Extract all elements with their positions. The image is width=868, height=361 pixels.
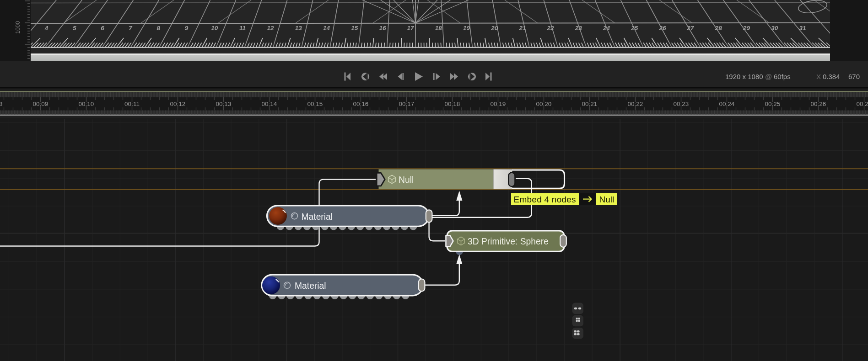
svg-text:00:21: 00:21 <box>582 101 598 107</box>
svg-text:670: 670 <box>848 73 860 80</box>
svg-text:28: 28 <box>715 25 722 32</box>
svg-text:20: 20 <box>491 25 498 32</box>
svg-text:24: 24 <box>603 25 610 32</box>
svg-text:00:18: 00:18 <box>445 101 460 107</box>
svg-text:4: 4 <box>44 25 49 32</box>
svg-text:00:26: 00:26 <box>811 101 826 107</box>
svg-text:00:25: 00:25 <box>765 101 781 107</box>
svg-text:5: 5 <box>73 25 76 32</box>
svg-text:00:15: 00:15 <box>307 101 323 107</box>
svg-text:00:23: 00:23 <box>674 101 689 107</box>
svg-text:0.384: 0.384 <box>823 73 840 80</box>
svg-text:6: 6 <box>101 25 104 32</box>
svg-text:11: 11 <box>239 25 246 32</box>
svg-text:Material: Material <box>295 281 326 291</box>
svg-text:1000: 1000 <box>15 21 21 34</box>
svg-text:18: 18 <box>435 25 442 32</box>
svg-text:60fps: 60fps <box>774 73 791 80</box>
svg-text:13: 13 <box>295 25 302 32</box>
svg-text:00:12: 00:12 <box>170 101 186 107</box>
svg-text:00:09: 00:09 <box>33 101 49 107</box>
svg-text:27: 27 <box>687 25 695 32</box>
svg-text:12: 12 <box>267 25 275 32</box>
svg-text:15: 15 <box>351 25 358 32</box>
svg-text:29: 29 <box>743 25 750 32</box>
svg-text:00:14: 00:14 <box>262 101 277 107</box>
svg-text:21: 21 <box>518 25 526 32</box>
svg-text:00:24: 00:24 <box>719 101 735 107</box>
svg-text:8: 8 <box>157 25 161 32</box>
svg-text:00:11: 00:11 <box>124 101 140 107</box>
svg-text:19: 19 <box>463 25 470 32</box>
svg-text:Null: Null <box>399 175 414 185</box>
svg-text:23: 23 <box>575 25 582 32</box>
svg-text:00:27: 00:27 <box>857 101 868 107</box>
svg-text:00:13: 00:13 <box>216 101 232 107</box>
svg-text:@: @ <box>765 73 772 80</box>
svg-text:25: 25 <box>631 25 638 32</box>
svg-text:9: 9 <box>185 25 189 32</box>
svg-text:Embed 4 nodes: Embed 4 nodes <box>514 195 576 204</box>
svg-text:16: 16 <box>379 25 386 32</box>
svg-text:31: 31 <box>799 25 806 32</box>
svg-text:10: 10 <box>211 25 218 32</box>
svg-text:17: 17 <box>407 25 415 32</box>
svg-text:14: 14 <box>323 25 330 32</box>
svg-text:X: X <box>816 73 821 80</box>
svg-text:00:22: 00:22 <box>628 101 643 107</box>
svg-text:00:10: 00:10 <box>79 101 94 107</box>
svg-text:1920 x 1080: 1920 x 1080 <box>725 73 763 80</box>
svg-text:30: 30 <box>771 25 778 32</box>
svg-text:3D Primitive: Sphere: 3D Primitive: Sphere <box>468 237 549 246</box>
svg-text:Null: Null <box>599 195 615 204</box>
svg-text:Material: Material <box>302 212 333 222</box>
svg-text:00:08: 00:08 <box>0 101 2 107</box>
svg-text:00:16: 00:16 <box>353 101 369 107</box>
svg-text:00:20: 00:20 <box>536 101 552 107</box>
svg-text:26: 26 <box>658 25 666 32</box>
svg-text:00:17: 00:17 <box>399 101 415 107</box>
svg-text:00:19: 00:19 <box>491 101 506 107</box>
svg-text:22: 22 <box>547 25 555 32</box>
